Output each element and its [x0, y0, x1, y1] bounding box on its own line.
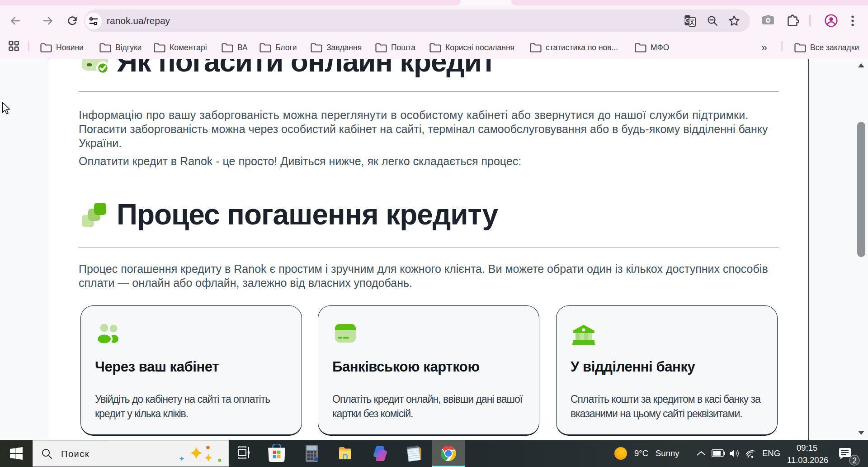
svg-text:2: 2: [852, 456, 857, 465]
